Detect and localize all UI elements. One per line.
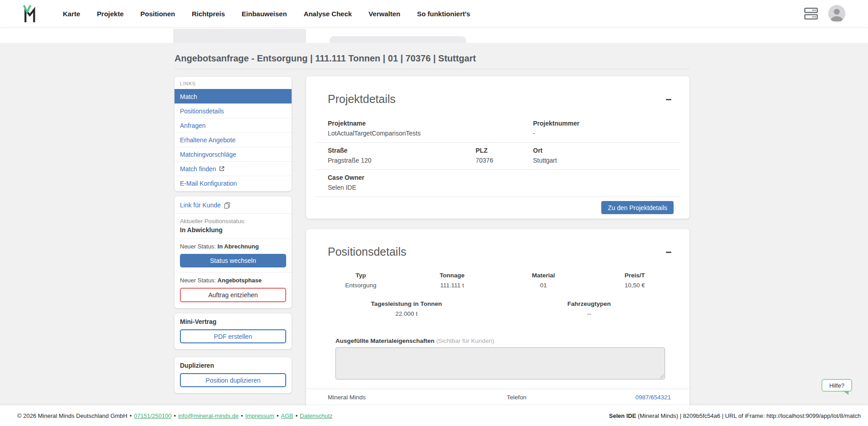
projektname-value: LotActualTargetComparisonTests [328, 130, 533, 137]
project-details-title: Projektdetails [328, 76, 689, 106]
revoke-status-prefix: Neuer Status: [180, 277, 217, 284]
case-owner-value: Selen IDE [328, 184, 680, 191]
sidebar-item-label: Match finden [180, 165, 216, 173]
next-status-value: In Abrechnung [217, 243, 259, 250]
project-details-fields: Projektname LotActualTargetComparisonTes… [315, 116, 680, 197]
revoke-status-value: Angebotsphase [217, 277, 262, 284]
customer-link[interactable]: Link für Kunde [175, 197, 292, 214]
nav-menu: Karte Projekte Positionen Richtpreis Ein… [63, 10, 470, 18]
main-content: Projektdetails Projektname LotActualTarg… [306, 76, 689, 421]
ort-label: Ort [533, 147, 680, 154]
help-button[interactable]: Hilfe? [821, 379, 852, 392]
telefon-link[interactable]: 0987/654321 [635, 393, 671, 402]
contact-company: Mineral Minds [328, 393, 507, 402]
sidebar-item-email-konfiguration[interactable]: E-Mail Konfiguration [175, 176, 292, 190]
header-substrip [0, 27, 868, 43]
duplicate-position-button[interactable]: Position duplizieren [180, 373, 286, 387]
nav-item-analyse-check[interactable]: Analyse Check [304, 10, 352, 18]
sidebar-item-matchingvorschlaege[interactable]: Matchingvorschläge [175, 147, 292, 161]
mineral-minds-logo[interactable] [20, 4, 38, 23]
typ-value: Entsorgung [315, 282, 406, 289]
project-details-card: Projektdetails Projektname LotActualTarg… [306, 76, 689, 219]
nav-item-projekte[interactable]: Projekte [97, 10, 123, 18]
minus-icon[interactable] [666, 252, 671, 253]
position-details-card: Positionsdetails Typ Entsorgung Tonnage … [306, 229, 689, 421]
sidebar-item-anfragen[interactable]: Anfragen [175, 118, 292, 132]
user-avatar-icon[interactable] [828, 5, 845, 22]
preis-label: Preis/T [589, 272, 680, 279]
tonnage-label: Tonnage [406, 272, 498, 279]
top-navigation: Karte Projekte Positionen Richtpreis Ein… [0, 0, 868, 27]
plz-label: PLZ [476, 147, 533, 154]
position-summary-row: Typ Entsorgung Tonnage 111.111 t Materia… [315, 272, 680, 289]
fahrzeugtypen-label: Fahrzeugtypen [498, 300, 680, 307]
material-properties-hint: (Sichtbar für Kunden) [436, 337, 494, 344]
footer-email-link[interactable]: info@mineral-minds.de [178, 412, 239, 419]
nav-right-icons [804, 5, 845, 22]
sidebar-item-erhaltene-angebote[interactable]: Erhaltene Angebote [175, 132, 292, 147]
typ-label: Typ [315, 272, 406, 279]
projektnummer-value: - [533, 130, 680, 137]
sidebar-item-positionsdetails[interactable]: Positionsdetails [175, 103, 292, 118]
next-status-section: Neuer Status: In Abrechnung Status wechs… [175, 239, 292, 273]
to-project-details-button[interactable]: Zu den Projektdetails [601, 201, 674, 214]
footer-copyright: © 2026 Mineral Minds Deutschland GmbH [17, 412, 127, 419]
server-icon[interactable] [804, 7, 818, 20]
nav-item-positionen[interactable]: Positionen [141, 10, 175, 18]
mini-contract-card: Mini-Vertrag PDF erstellen [175, 314, 292, 349]
sidebar-item-match-finden[interactable]: Match finden [175, 161, 292, 176]
session-info: Selen IDE (Mineral Minds) | 8209b5fc54a6… [609, 412, 861, 419]
footer-agb-link[interactable]: AGB [281, 412, 293, 419]
external-link-icon [219, 166, 225, 172]
material-label: Material [498, 272, 589, 279]
telefon-label: Telefon [507, 393, 635, 402]
strasse-label: Straße [328, 147, 476, 154]
sidebar-links-card: LINKS Match Positionsdetails Anfragen Er… [175, 77, 292, 191]
ort-value: Stuttgart [533, 157, 680, 164]
create-pdf-button[interactable]: PDF erstellen [180, 329, 286, 343]
duplicate-card: Duplizieren Position duplizieren [175, 357, 292, 393]
nav-item-karte[interactable]: Karte [63, 10, 80, 18]
material-properties-textarea[interactable] [335, 347, 665, 379]
next-status-prefix: Neuer Status: [180, 243, 217, 250]
revoke-order-button[interactable]: Auftrag entziehen [180, 288, 286, 302]
skeleton-block [330, 36, 466, 43]
session-user: Selen IDE [609, 412, 636, 419]
session-rest: (Mineral Minds) | 8209b5fc54a6 | URL of … [636, 412, 861, 419]
fahrzeugtypen-value: -- [498, 310, 680, 317]
position-secondary-row: Tagesleistung in Tonnen 22.000 t Fahrzeu… [315, 300, 680, 317]
current-status-label: Aktueller Positionsstatus: [180, 218, 286, 225]
sidebar-links-header: LINKS [175, 77, 292, 89]
change-status-button[interactable]: Status wechseln [180, 254, 286, 267]
tagesleistung-label: Tagesleistung in Tonnen [315, 300, 498, 307]
customer-link-label: Link für Kunde [180, 201, 221, 209]
skeleton-block [173, 29, 306, 43]
duplicate-title: Duplizieren [180, 362, 286, 369]
nav-item-einbauweisen[interactable]: Einbauweisen [242, 10, 287, 18]
projektname-label: Projektname [328, 120, 533, 127]
current-status-value: In Abwicklung [180, 226, 286, 234]
nav-item-richtpreis[interactable]: Richtpreis [192, 10, 225, 18]
mini-contract-title: Mini-Vertrag [180, 318, 286, 325]
title-divider [175, 69, 689, 69]
position-details-title: Positionsdetails [328, 229, 689, 258]
material-properties-label: Ausgefüllte Materialeigenschaften [335, 337, 434, 344]
tagesleistung-value: 22.000 t [315, 310, 498, 317]
footer-impressum-link[interactable]: Impressum [245, 412, 274, 419]
case-owner-label: Case Owner [328, 174, 680, 181]
revoke-section: Neuer Status: Angebotsphase Auftrag entz… [175, 273, 292, 308]
sidebar: LINKS Match Positionsdetails Anfragen Er… [175, 77, 292, 422]
footer-phone-link[interactable]: 07151/250100 [134, 412, 171, 419]
minus-icon[interactable] [666, 99, 671, 100]
sidebar-item-match[interactable]: Match [175, 89, 292, 103]
footer-datenschutz-link[interactable]: Datenschutz [300, 412, 332, 419]
sidebar-status-card: Link für Kunde Aktueller Positionsstatus… [175, 197, 292, 308]
strasse-value: Pragstraße 120 [328, 157, 476, 164]
footer: © 2026 Mineral Minds Deutschland GmbH • … [0, 405, 868, 426]
projektnummer-label: Projektnummer [533, 120, 680, 127]
plz-value: 70376 [476, 157, 533, 164]
page-title: Angebotsanfrage - Entsorgung | 111.111 T… [175, 53, 476, 64]
nav-item-verwalten[interactable]: Verwalten [368, 10, 400, 18]
nav-item-so-funktionierts[interactable]: So funktioniert's [417, 10, 470, 18]
tonnage-value: 111.111 t [406, 282, 498, 289]
